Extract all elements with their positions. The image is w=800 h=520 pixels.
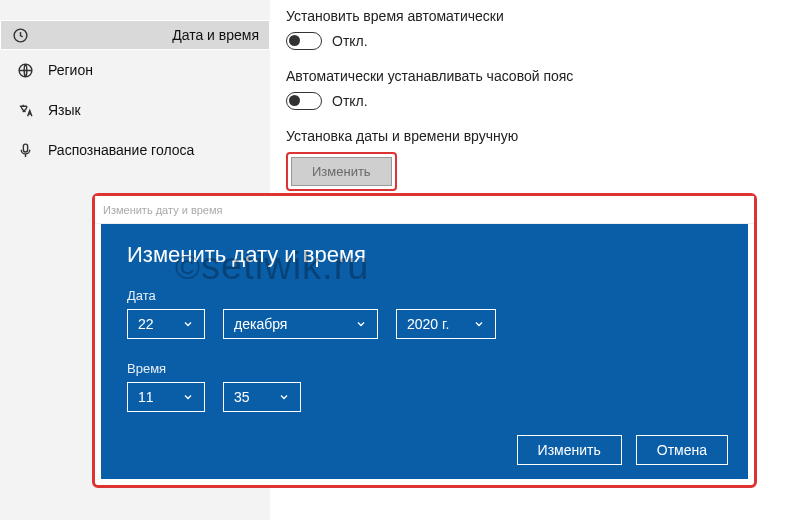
chevron-down-icon [182,318,194,330]
sidebar-item-language[interactable]: Язык [0,90,270,130]
month-value: декабря [234,316,287,332]
dialog-ok-button[interactable]: Изменить [517,435,622,465]
hour-value: 11 [138,389,154,405]
year-select[interactable]: 2020 г. [396,309,496,339]
chevron-down-icon [182,391,194,403]
chevron-down-icon [278,391,290,403]
change-button-highlight: Изменить [286,152,397,191]
clock-icon [11,26,29,44]
day-select[interactable]: 22 [127,309,205,339]
change-date-time-dialog: Изменить дату и время Дата 22 декабря 20… [101,224,748,479]
language-icon [16,101,34,119]
toggle-auto-tz[interactable] [286,92,322,110]
sidebar-item-region[interactable]: Регион [0,50,270,90]
chevron-down-icon [473,318,485,330]
time-label: Время [127,361,722,376]
dialog-title: Изменить дату и время [127,242,722,268]
sidebar-item-label: Распознавание голоса [48,142,194,158]
minute-select[interactable]: 35 [223,382,301,412]
day-value: 22 [138,316,154,332]
dialog-highlight: Изменить дату и время Изменить дату и вр… [92,193,757,488]
toggle-auto-tz-state: Откл. [332,93,368,109]
sidebar-item-date-time[interactable]: Дата и время [0,20,270,50]
microphone-icon [16,141,34,159]
dialog-window-title: Изменить дату и время [95,196,754,224]
setting-auto-tz-title: Автоматически устанавливать часовой пояс [286,68,790,84]
settings-main: Установить время автоматически Откл. Авт… [286,8,790,209]
toggle-auto-time[interactable] [286,32,322,50]
toggle-auto-time-state: Откл. [332,33,368,49]
year-value: 2020 г. [407,316,449,332]
sidebar-item-speech[interactable]: Распознавание голоса [0,130,270,170]
svg-rect-2 [23,144,27,152]
hour-select[interactable]: 11 [127,382,205,412]
sidebar-item-label: Дата и время [172,27,259,43]
sidebar-item-label: Язык [48,102,81,118]
dialog-cancel-button[interactable]: Отмена [636,435,728,465]
minute-value: 35 [234,389,250,405]
setting-auto-time-title: Установить время автоматически [286,8,790,24]
change-button[interactable]: Изменить [291,157,392,186]
globe-icon [16,61,34,79]
month-select[interactable]: декабря [223,309,378,339]
chevron-down-icon [355,318,367,330]
date-label: Дата [127,288,722,303]
setting-manual-title: Установка даты и времени вручную [286,128,790,144]
sidebar-item-label: Регион [48,62,93,78]
